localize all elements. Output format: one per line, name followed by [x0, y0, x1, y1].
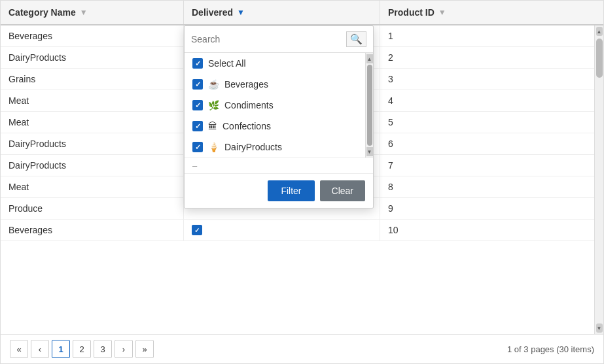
cell-category: Produce [1, 198, 184, 219]
footer-dash: – [192, 161, 197, 171]
cell-category: DairyProducts [1, 47, 184, 68]
table-header: Category Name ▼ Delivered ▼ Product ID ▼ [1, 1, 603, 25]
label-select-all: Select All [208, 58, 246, 69]
cell-category: Grains [1, 69, 184, 90]
dropdown-scroll-up[interactable]: ▲ [366, 54, 373, 63]
dropdown-item-dairy[interactable]: 🍦 DairyProducts [185, 137, 365, 157]
category-filter-icon[interactable]: ▼ [80, 8, 88, 17]
filter-button[interactable]: Filter [268, 180, 314, 201]
cell-product-id: 8 [380, 176, 603, 197]
dropdown-scroll-thumb[interactable] [367, 65, 372, 146]
checkbox-beverages[interactable] [192, 79, 203, 90]
label-dairy: DairyProducts [224, 142, 282, 152]
label-condiments: Condiments [224, 100, 274, 110]
confections-icon: 🏛 [208, 121, 217, 131]
cell-category: Beverages [1, 220, 184, 240]
cell-delivered [184, 220, 380, 240]
dropdown-footer-text: – [185, 157, 373, 173]
cell-category: Meat [1, 176, 184, 197]
scroll-down-arrow[interactable]: ▼ [596, 323, 603, 333]
filter-dropdown: 🔍 Select All ☕ Beverages [184, 25, 374, 208]
th-delivered-label: Delivered [192, 7, 233, 18]
vertical-scrollbar[interactable]: ▲ ▼ [594, 25, 603, 334]
dropdown-items: Select All ☕ Beverages 🌿 Condiments [185, 53, 365, 157]
dropdown-scroll-down[interactable]: ▼ [366, 147, 373, 156]
next-page-button[interactable]: › [115, 340, 133, 358]
main-table: Category Name ▼ Delivered ▼ Product ID ▼… [0, 0, 604, 364]
dropdown-item-condiments[interactable]: 🌿 Condiments [185, 95, 365, 116]
last-page-button[interactable]: » [135, 340, 154, 358]
checkbox-select-all[interactable] [192, 58, 203, 69]
cell-category: Beverages [1, 25, 184, 46]
cell-product-id: 6 [380, 133, 603, 154]
pagination-controls: « ‹ 1 2 3 › » [10, 340, 154, 358]
label-confections: Confections [222, 121, 271, 131]
cell-product-id: 1 [380, 25, 603, 46]
search-input[interactable] [191, 34, 342, 44]
th-productid: Product ID ▼ [380, 1, 603, 24]
page-info: 1 of 3 pages (30 items) [507, 344, 594, 354]
cell-product-id: 3 [380, 69, 603, 90]
productid-filter-icon[interactable]: ▼ [438, 8, 446, 17]
delivered-checkbox[interactable] [192, 225, 202, 235]
checkbox-condiments[interactable] [192, 100, 203, 110]
dropdown-item-confections[interactable]: 🏛 Confections [185, 116, 365, 137]
th-category: Category Name ▼ [1, 1, 184, 24]
prev-page-button[interactable]: ‹ [31, 340, 49, 358]
condiments-icon: 🌿 [208, 100, 219, 110]
page-2-button[interactable]: 2 [73, 340, 91, 358]
checkbox-dairy[interactable] [192, 142, 203, 152]
cell-category: Meat [1, 112, 184, 133]
dropdown-item-select-all[interactable]: Select All [185, 53, 365, 74]
cell-category: DairyProducts [1, 133, 184, 154]
search-icon[interactable]: 🔍 [346, 31, 366, 47]
dropdown-scrollbar[interactable]: ▲ ▼ [365, 53, 373, 157]
pagination-bar: « ‹ 1 2 3 › » 1 of 3 pages (30 items) [1, 334, 603, 363]
dropdown-item-beverages[interactable]: ☕ Beverages [185, 74, 365, 95]
cell-product-id: 5 [380, 112, 603, 133]
cell-product-id: 7 [380, 155, 603, 176]
th-productid-label: Product ID [388, 7, 435, 18]
cell-product-id: 9 [380, 198, 603, 219]
cell-category: DairyProducts [1, 155, 184, 176]
th-category-label: Category Name [9, 7, 76, 18]
cell-product-id: 4 [380, 90, 603, 111]
page-3-button[interactable]: 3 [94, 340, 112, 358]
dropdown-search-bar: 🔍 [185, 26, 373, 53]
th-delivered: Delivered ▼ [184, 1, 380, 24]
scroll-thumb[interactable] [596, 39, 603, 78]
table-row: Beverages10 [1, 220, 603, 241]
dairy-icon: 🍦 [208, 142, 219, 152]
cell-product-id: 2 [380, 47, 603, 68]
first-page-button[interactable]: « [10, 340, 28, 358]
scroll-up-arrow[interactable]: ▲ [596, 27, 603, 36]
delivered-filter-icon[interactable]: ▼ [237, 8, 245, 17]
dropdown-buttons: Filter Clear [185, 173, 373, 208]
page-1-button[interactable]: 1 [52, 340, 70, 358]
clear-button[interactable]: Clear [320, 180, 365, 201]
dropdown-list: Select All ☕ Beverages 🌿 Condiments [185, 53, 373, 157]
table-body: Beverages1DairyProducts2Grains3Meat4Meat… [1, 25, 603, 334]
label-beverages: Beverages [224, 79, 268, 90]
cell-category: Meat [1, 90, 184, 111]
cell-product-id: 10 [380, 220, 603, 240]
checkbox-confections[interactable] [192, 121, 203, 131]
beverages-icon: ☕ [208, 79, 219, 90]
